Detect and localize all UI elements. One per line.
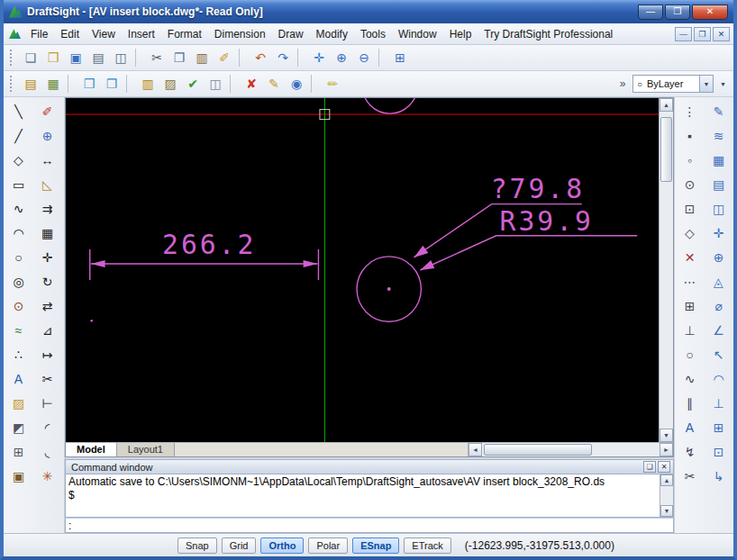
extend-tool[interactable]: ⊢ xyxy=(36,391,59,415)
hscroll-track[interactable] xyxy=(482,443,660,456)
stretch-tool[interactable]: ↦ xyxy=(36,342,59,366)
save-button[interactable]: ▣ xyxy=(65,48,86,68)
text-style-button[interactable]: A xyxy=(678,415,702,439)
canvas-hscrollbar[interactable]: ◄ ► xyxy=(468,443,673,456)
ortho-toggle[interactable]: Ortho xyxy=(260,537,304,554)
esnap-toggle[interactable]: ESnap xyxy=(352,537,399,554)
format-painter-button[interactable]: ✐ xyxy=(214,48,235,68)
ellipse-tool[interactable]: ◎ xyxy=(7,269,31,294)
chamfer-tool[interactable]: ◟ xyxy=(36,439,59,464)
explode-tool[interactable]: ✳ xyxy=(36,464,59,488)
grid-toggle[interactable]: Grid xyxy=(222,537,257,554)
construction-line-tool[interactable]: ╱ xyxy=(7,123,31,148)
polygon-tool[interactable]: ◇ xyxy=(7,148,31,172)
esnap-node-button[interactable]: ⊡ xyxy=(678,196,702,221)
esnap-nearest-button[interactable]: ∿ xyxy=(678,366,702,391)
command-input[interactable]: : xyxy=(65,518,674,533)
offset-tool[interactable]: ⇉ xyxy=(36,196,59,221)
set-square-tool[interactable]: ◺ xyxy=(36,172,59,196)
etrack-toggle[interactable]: ETrack xyxy=(404,537,450,554)
circle-tool[interactable]: ○ xyxy=(7,245,31,269)
center-circle-button[interactable]: ⊕ xyxy=(707,245,731,269)
paste-button[interactable]: ▥ xyxy=(191,48,213,68)
toolbar-grip[interactable] xyxy=(10,50,14,66)
zoom-back-button[interactable]: ⊖ xyxy=(353,48,375,68)
esnap-parallel-button[interactable]: ∥ xyxy=(678,391,702,415)
esnap-extension-button[interactable]: ⋯ xyxy=(678,269,702,294)
edit-annotation-button[interactable]: ✎ xyxy=(707,99,731,123)
leader-button[interactable]: ↖ xyxy=(707,342,731,366)
esnap-perpendicular-button[interactable]: ⊥ xyxy=(678,318,702,342)
distance-tool[interactable]: ↔ xyxy=(36,148,59,172)
mdi-close-button[interactable]: ✕ xyxy=(713,27,730,41)
cut-button[interactable]: ✂ xyxy=(146,48,168,68)
document-icon[interactable] xyxy=(9,29,21,39)
menu-try-professional[interactable]: Try DraftSight Professional xyxy=(478,24,619,44)
menu-file[interactable]: File xyxy=(24,24,54,44)
rectangle-tool[interactable]: ▭ xyxy=(7,172,31,196)
insert-block-tool[interactable]: ▣ xyxy=(7,464,31,488)
mirror-tool[interactable]: ⇄ xyxy=(36,294,59,318)
redo-button[interactable]: ↷ xyxy=(272,48,294,68)
erase-tool[interactable]: ✐ xyxy=(36,99,59,123)
toolbar-overflow-button[interactable]: » xyxy=(615,74,630,94)
scroll-down-icon[interactable]: ▼ xyxy=(660,429,673,442)
tolerance-button[interactable]: ⊞ xyxy=(707,415,731,439)
zoom-fit-button[interactable]: ✛ xyxy=(707,221,731,245)
zoom-dynamic-button[interactable]: ⊕ xyxy=(331,48,352,68)
arc-tool[interactable]: ◠ xyxy=(7,221,31,245)
dim-diameter-button[interactable]: ⌀ xyxy=(707,294,731,318)
layer-preview-button[interactable]: ▦ xyxy=(42,74,64,95)
menu-tools[interactable]: Tools xyxy=(354,24,392,44)
print-button[interactable]: ▤ xyxy=(87,48,109,68)
menu-dimension[interactable]: Dimension xyxy=(208,24,272,44)
ucs-button[interactable]: ↳ xyxy=(707,464,731,488)
scroll-right-icon[interactable]: ► xyxy=(660,443,673,456)
undo-button[interactable]: ↶ xyxy=(250,48,271,68)
command-scroll-track[interactable] xyxy=(660,486,673,505)
vscroll-track[interactable] xyxy=(660,112,673,429)
menu-format[interactable]: Format xyxy=(161,24,208,44)
spline-tool[interactable]: ≈ xyxy=(7,318,31,342)
layer-walk-button[interactable]: ◉ xyxy=(286,74,307,95)
scale-tool[interactable]: ⊿ xyxy=(36,318,59,342)
chevron-down-icon[interactable]: ▼ xyxy=(699,76,713,92)
open-button[interactable]: ❒ xyxy=(42,48,64,68)
close-button[interactable]: ✕ xyxy=(692,5,728,20)
maximize-button[interactable]: ❐ xyxy=(665,5,690,20)
zoom-tool[interactable]: ⊕ xyxy=(36,123,59,148)
split-view-button[interactable]: ◫ xyxy=(707,196,731,221)
line-tool[interactable]: ╲ xyxy=(7,99,31,123)
mdi-minimize-button[interactable]: — xyxy=(675,27,692,41)
hatch-tool[interactable]: ▨ xyxy=(7,391,31,415)
layer-freeze-button[interactable]: ▥ xyxy=(137,74,159,95)
drawing-canvas[interactable]: 266.2 ?79.8 R39.9 xyxy=(66,98,659,442)
linecolor-combobox[interactable]: ○ ByLayer ▼ xyxy=(632,75,714,93)
hatch-edit-button[interactable]: ≋ xyxy=(707,123,731,148)
hide-objects-button[interactable]: ✏ xyxy=(322,74,343,95)
command-window-titlebar[interactable]: Command window ❏ ✕ xyxy=(65,459,674,474)
toolbar-options-button[interactable]: ▼ xyxy=(716,75,730,93)
point-tool[interactable]: ∴ xyxy=(7,342,31,366)
pattern-tool[interactable]: ▦ xyxy=(36,221,59,245)
center-mark-button[interactable]: ⊡ xyxy=(707,439,731,464)
minimize-button[interactable]: — xyxy=(638,5,663,20)
esnap-settings-button[interactable]: ⋮ xyxy=(678,99,702,123)
command-window-float-button[interactable]: ❏ xyxy=(643,461,656,473)
scroll-up-icon[interactable]: ▲ xyxy=(660,474,673,486)
menu-draw[interactable]: Draw xyxy=(272,24,310,44)
command-vscrollbar[interactable]: ▲ ▼ xyxy=(660,474,673,517)
properties-button[interactable]: ⊞ xyxy=(389,48,411,68)
polyline-tool[interactable]: ∿ xyxy=(7,196,31,221)
menu-insert[interactable]: Insert xyxy=(122,24,161,44)
dim-radius-button[interactable]: ◬ xyxy=(707,269,731,294)
layer-lock-button[interactable]: ▨ xyxy=(159,74,181,95)
arc-length-button[interactable]: ◠ xyxy=(707,366,731,391)
datum-button[interactable]: ⊥ xyxy=(707,391,731,415)
menu-view[interactable]: View xyxy=(86,24,122,44)
copy-button[interactable]: ❐ xyxy=(168,48,190,68)
esnap-insertion-button[interactable]: ⊞ xyxy=(678,294,702,318)
ring-tool[interactable]: ⊙ xyxy=(7,294,31,318)
polar-toggle[interactable]: Polar xyxy=(308,537,348,554)
table-tool[interactable]: ⊞ xyxy=(7,439,31,464)
